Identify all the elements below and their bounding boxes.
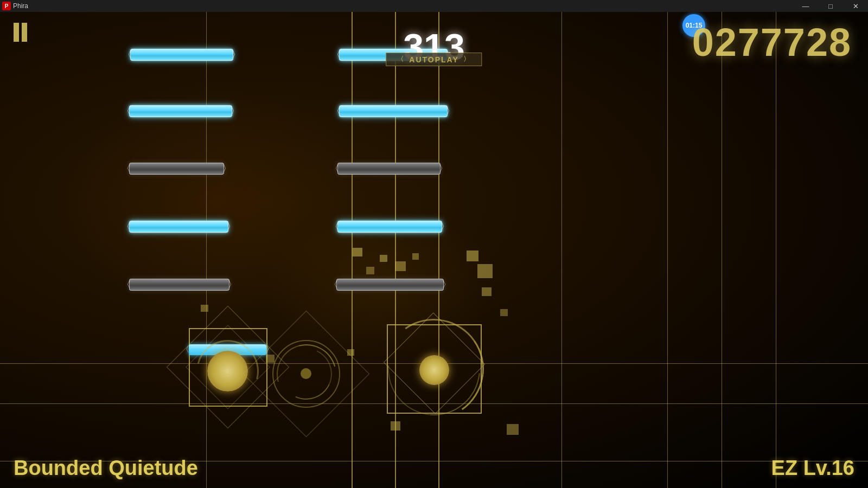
center-swirl [251, 318, 362, 427]
maximize-button[interactable]: □ [818, 0, 843, 12]
autoplay-badge: 〈 AUTOPLAY 〉 [386, 53, 482, 66]
minimize-button[interactable]: — [793, 0, 818, 12]
song-title: Bounded Quietude [14, 457, 198, 480]
particle-2 [380, 255, 387, 262]
particle-5 [366, 267, 374, 274]
difficulty-text: EZ Lv.16 [771, 457, 854, 479]
note-bar-r5-right [336, 279, 444, 291]
note-bar-r2-left [129, 105, 232, 117]
particle-7 [477, 264, 493, 278]
pause-bar-right [22, 23, 27, 42]
autoplay-arrow-right: 〉 [463, 55, 471, 64]
titlebar: P Phira — □ ✕ [0, 0, 868, 12]
particle-13 [507, 424, 519, 435]
particle-6 [467, 251, 478, 261]
vline-4 [722, 12, 722, 488]
difficulty-display: EZ Lv.16 [771, 457, 854, 480]
particle-3 [395, 261, 406, 271]
vline-5 [776, 12, 776, 488]
particle-4 [412, 253, 419, 260]
vline-2 [561, 12, 562, 488]
score-display: 0277728 [692, 20, 852, 65]
note-bar-r5-left [129, 279, 229, 291]
autoplay-label: AUTOPLAY [409, 55, 458, 64]
window-controls: — □ ✕ [793, 0, 868, 12]
score-value: 0277728 [692, 21, 852, 64]
note-bar-r3-left [129, 163, 224, 175]
particle-14 [500, 309, 508, 316]
note-bar-r4-right [337, 221, 442, 233]
hit-circle-right [372, 309, 496, 428]
vline-3 [667, 12, 668, 488]
close-button[interactable]: ✕ [843, 0, 868, 12]
autoplay-arrow-left: 〈 [397, 55, 405, 64]
window-title: Phira [13, 2, 793, 10]
note-bar-r3-right [337, 163, 441, 175]
pause-bar-left [14, 23, 19, 42]
song-title-text: Bounded Quietude [14, 457, 198, 479]
note-bar-r2-right [339, 105, 448, 117]
app-icon: P [2, 2, 11, 10]
particle-8 [482, 287, 492, 296]
note-bar-r4-left [129, 221, 228, 233]
note-bar-r1-left [130, 49, 233, 61]
game-area: 01:15 313 〈 AUTOPLAY 〉 0277728 Bounded Q… [0, 12, 868, 488]
particle-1 [353, 248, 362, 256]
pause-button[interactable] [14, 23, 27, 42]
